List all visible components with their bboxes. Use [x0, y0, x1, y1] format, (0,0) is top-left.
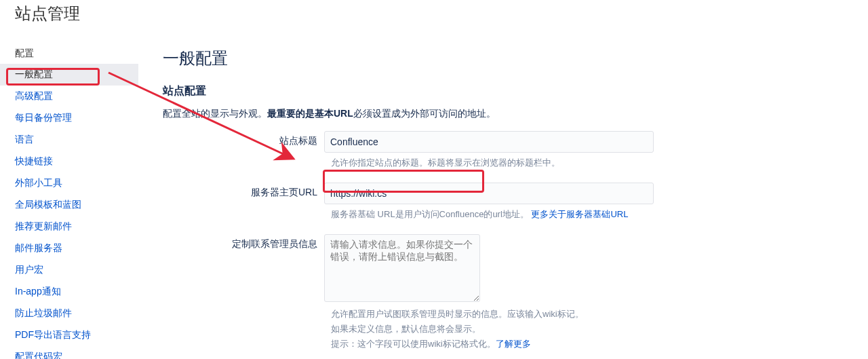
sidebar-item-inapp-notify[interactable]: In-app通知	[0, 281, 138, 303]
sidebar-item-user-macros[interactable]: 用户宏	[0, 259, 138, 281]
sidebar-item-advanced-config[interactable]: 高级配置	[0, 86, 138, 107]
section-heading-site-config: 站点配置	[163, 84, 854, 98]
link-more-base-url[interactable]: 更多关于服务器基础URL	[529, 209, 629, 219]
sidebar-item-quick-links[interactable]: 快捷链接	[0, 151, 138, 172]
sidebar-item-mail-server[interactable]: 邮件服务器	[0, 238, 138, 259]
sidebar-item-pdf-export-lang[interactable]: PDF导出语言支持	[0, 324, 138, 346]
label-base-url: 服务器主页URL	[163, 183, 324, 199]
admin-contact-textarea[interactable]	[324, 234, 480, 302]
main-content: 一般配置 站点配置 配置全站的显示与外观。最重要的是基本URL必须设置成为外部可…	[138, 31, 868, 359]
sidebar-item-code-macro[interactable]: 配置代码宏	[0, 346, 138, 359]
help-base-url: 服务器基础 URL是用户访问Confluence的url地址。 更多关于服务器基…	[163, 207, 854, 222]
sidebar-item-daily-backup[interactable]: 每日备份管理	[0, 107, 138, 129]
label-site-title: 站点标题	[163, 131, 324, 147]
site-title-input[interactable]	[324, 131, 654, 153]
main-heading: 一般配置	[163, 48, 854, 69]
help-admin-contact: 允许配置用户试图联系管理员时显示的信息。应该输入wiki标记。 如果未定义信息，…	[163, 307, 854, 352]
base-url-input[interactable]	[324, 183, 654, 204]
label-admin-contact: 定制联系管理员信息	[163, 234, 324, 250]
sidebar: 配置 一般配置 高级配置 每日备份管理 语言 快捷链接 外部小工具 全局模板和蓝…	[0, 31, 138, 359]
sidebar-item-spam-prevention[interactable]: 防止垃圾邮件	[0, 303, 138, 324]
sidebar-section-header: 配置	[0, 43, 138, 64]
sidebar-item-external-widgets[interactable]: 外部小工具	[0, 172, 138, 194]
link-learn-more-wiki[interactable]: 了解更多	[496, 339, 531, 349]
sidebar-item-global-templates[interactable]: 全局模板和蓝图	[0, 194, 138, 216]
page-title: 站点管理	[0, 0, 868, 31]
help-site-title: 允许你指定站点的标题。标题将显示在浏览器的标题栏中。	[163, 155, 854, 170]
sidebar-item-general-config[interactable]: 一般配置	[0, 64, 138, 86]
sidebar-item-language[interactable]: 语言	[0, 129, 138, 151]
section-desc: 配置全站的显示与外观。最重要的是基本URL必须设置成为外部可访问的地址。	[163, 108, 854, 120]
sidebar-item-recommended-updates[interactable]: 推荐更新邮件	[0, 216, 138, 238]
